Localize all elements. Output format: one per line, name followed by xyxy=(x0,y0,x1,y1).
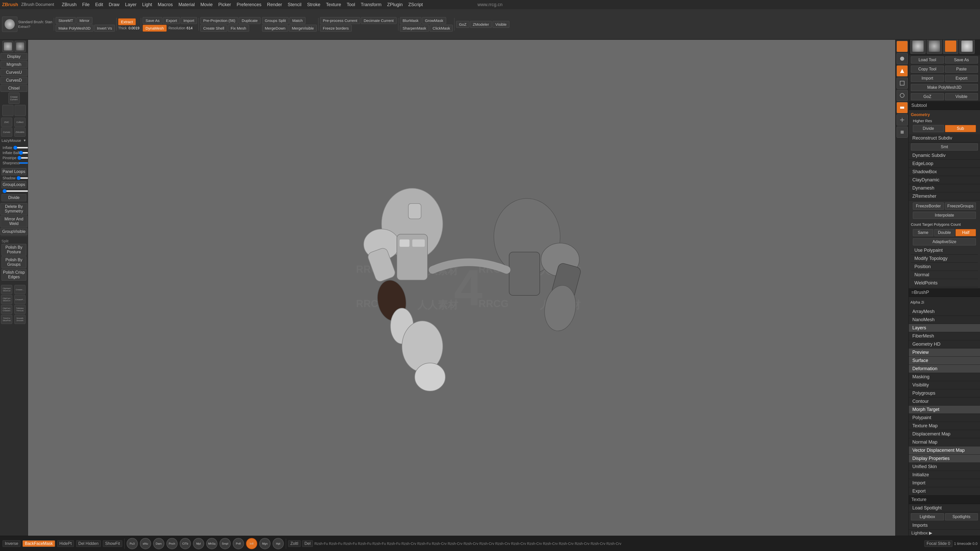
modify-topology-item[interactable]: Modify Topology xyxy=(911,254,978,263)
menu-zbrush[interactable]: ZBrush xyxy=(59,2,79,8)
interpolate-btn[interactable]: Interpolate xyxy=(913,212,976,219)
duplicate-btn[interactable]: Duplicate xyxy=(239,17,261,24)
inverse-btn[interactable]: Inverse xyxy=(3,540,21,547)
polygroups-item[interactable]: Polygroups xyxy=(909,389,980,397)
clip-hard-icon[interactable]: ClipHard SliceCut xyxy=(1,285,12,294)
display-properties-item[interactable]: Display Properties xyxy=(909,454,980,463)
backface-mask-btn[interactable]: BackFaceMask xyxy=(22,540,55,547)
lp-zmodels-icon[interactable]: ZModels xyxy=(14,127,25,137)
lp-curvesu-btn[interactable]: CurvesU xyxy=(0,69,27,76)
lp-collect-pen-icon[interactable]: Collect xyxy=(14,118,25,127)
mergedown-btn[interactable]: MergeDown xyxy=(262,25,288,32)
creaseff-icon[interactable]: CreaseF... xyxy=(14,295,25,304)
inflate-slider[interactable] xyxy=(13,147,28,148)
spotlights-btn[interactable]: Spotlights xyxy=(945,513,978,520)
texture-map-item[interactable]: Texture Map xyxy=(909,422,980,430)
hidden-btn[interactable]: Del Hidden xyxy=(76,540,101,547)
lp-crease-curvea-icon[interactable]: Crease CurveA xyxy=(8,93,20,104)
normal-map-item[interactable]: Normal Map xyxy=(909,438,980,446)
sharpness-slider[interactable] xyxy=(19,162,28,164)
normal-item[interactable]: Normal xyxy=(911,271,978,279)
dynamesh-btn[interactable]: DynaMesh xyxy=(143,25,167,32)
surface-item[interactable]: Surface xyxy=(909,357,980,365)
ris-btn-5[interactable] xyxy=(897,90,908,101)
brush-alpha-nu[interactable]: αNu xyxy=(140,538,151,549)
export-btn[interactable]: Export xyxy=(163,17,180,24)
initialize-item[interactable]: Initialize xyxy=(909,471,980,479)
crease-icon[interactable]: Crease... xyxy=(14,285,25,294)
tool-thumb-4[interactable] xyxy=(959,38,975,54)
dynamic-subdiv-item[interactable]: Dynamic Subdiv xyxy=(909,151,980,160)
load-spotlight-item[interactable]: Load Spotlight xyxy=(909,504,980,512)
nanomesh-item[interactable]: NanoMesh xyxy=(909,316,980,324)
smooth-icon[interactable]: Smooth Smooth xyxy=(14,315,25,324)
deformation-item[interactable]: Deformation xyxy=(909,365,980,373)
ris-btn-8[interactable] xyxy=(897,127,908,138)
brush-hplinch[interactable]: Hpl xyxy=(272,538,284,549)
import-btn[interactable]: Import xyxy=(181,17,197,24)
smt-geo-btn[interactable]: Smt xyxy=(911,143,978,151)
polypaint-item[interactable]: Polypaint xyxy=(909,414,980,422)
tool-thumb-3[interactable] xyxy=(943,38,958,54)
displacement-map-item[interactable]: Displacement Map xyxy=(909,430,980,438)
trimolec-icon[interactable]: TriMolec TrimLas xyxy=(14,305,25,314)
delete-by-symmetry-btn[interactable]: Delete By Symmetry xyxy=(0,203,27,215)
import-tool-item[interactable]: Import xyxy=(909,479,980,487)
use-polypaint-item[interactable]: Use Polypaint xyxy=(911,246,978,254)
brushp-header[interactable]: =BrushP xyxy=(909,288,980,297)
save-as-btn[interactable]: Save As xyxy=(143,17,162,24)
visible-btn[interactable]: Visible xyxy=(493,21,509,28)
grouploops-btn[interactable]: GroupLoops xyxy=(2,181,26,188)
adaptive-size-btn[interactable]: AdaptiveSize xyxy=(913,238,976,245)
clipcurv2-icon[interactable]: ClipCurv CreaseC xyxy=(1,305,12,314)
vector-displacement-map-item[interactable]: Vector Displacement Map xyxy=(909,446,980,454)
imports-item[interactable]: Imports xyxy=(909,521,980,530)
brush-pinflow[interactable]: Pnfl xyxy=(233,538,244,549)
menu-macros[interactable]: Macros xyxy=(155,2,175,8)
lp-curvesd-btn[interactable]: CurvesD xyxy=(0,77,27,84)
menu-layer[interactable]: Layer xyxy=(123,2,139,8)
menu-file[interactable]: File xyxy=(80,2,92,8)
focal-slide[interactable]: Focal Slide 0 xyxy=(924,540,953,547)
visibility-item[interactable]: Visibility xyxy=(909,381,980,389)
smt-btn[interactable]: Sub xyxy=(945,125,976,132)
brush-inflat[interactable]: Infl xyxy=(246,538,257,549)
geometry-hd-item[interactable]: Geometry HD xyxy=(909,340,980,348)
preview-item[interactable]: Preview xyxy=(909,348,980,357)
lp-chisel-btn[interactable]: Chisel xyxy=(0,85,27,92)
inflate-balloon-slider[interactable] xyxy=(19,152,28,154)
ris-btn-6[interactable] xyxy=(897,102,908,113)
grow-mask-btn[interactable]: GrowMask xyxy=(422,17,446,24)
ris-btn-2[interactable] xyxy=(897,53,908,64)
subtool-header[interactable]: Subtool xyxy=(909,101,980,110)
z-intensity-label[interactable]: ZoltI xyxy=(288,540,301,547)
canvas-area[interactable]: RRCG 人人素材 RRCG 人人素材 RRCG 人人素材 RRCG 人人素材 xyxy=(28,40,908,536)
extract-btn[interactable]: Extract xyxy=(118,18,136,25)
brush-dam-nu[interactable]: Dam xyxy=(153,538,164,549)
brush-pu3[interactable]: Pu3 xyxy=(127,538,138,549)
brush-magnify[interactable]: Mgn xyxy=(259,538,270,549)
weld-points-item[interactable]: WeldPoints xyxy=(911,279,978,287)
mirror-weld-btn[interactable]: Mirror And Weld xyxy=(0,216,27,227)
pinstripe-slider[interactable] xyxy=(18,157,28,159)
polish-by-posture-btn[interactable]: Polish By Posture xyxy=(2,244,26,256)
fix-mesh-btn[interactable]: Fix Mesh xyxy=(228,25,249,32)
lp-curvesd-cur-icon[interactable] xyxy=(2,105,14,116)
goz-btn[interactable]: GoZ xyxy=(456,21,469,28)
menu-stencil[interactable]: Stencil xyxy=(285,2,304,8)
menu-transform[interactable]: Transform xyxy=(358,2,384,8)
make-polymesh-btn[interactable]: Make PolyMesh3D xyxy=(56,25,94,32)
menu-preferences[interactable]: Preferences xyxy=(234,2,264,8)
lp-display-btn[interactable]: Display xyxy=(0,53,27,60)
ris-btn-3[interactable] xyxy=(897,65,908,76)
panel-loops-btn[interactable]: Panel Loops xyxy=(2,168,26,175)
divide-geo-btn[interactable]: Divide xyxy=(913,125,944,132)
del-btn[interactable]: Del xyxy=(302,540,313,547)
mergevisible-btn[interactable]: MergeVisible xyxy=(289,25,317,32)
sharpen-mask-btn[interactable]: SharpenMask xyxy=(400,25,429,32)
hidefit-btn[interactable]: HidePt xyxy=(57,540,74,547)
menu-picker[interactable]: Picker xyxy=(216,2,234,8)
copy-tool-btn[interactable]: Copy Tool xyxy=(911,65,944,73)
groupvisible-btn[interactable]: GroupVisible xyxy=(0,228,27,235)
blur-mask-btn[interactable]: BlurMask xyxy=(400,17,422,24)
